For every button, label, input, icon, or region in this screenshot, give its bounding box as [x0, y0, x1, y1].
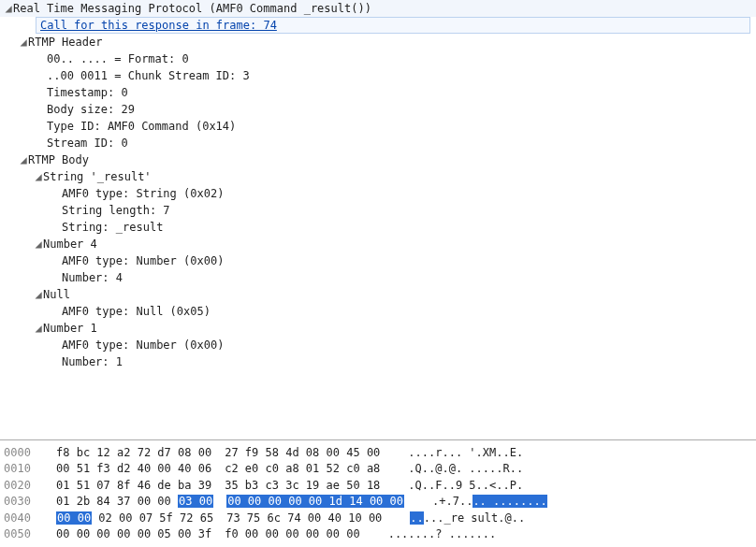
hex-ascii: ....._re sult.@.. — [382, 511, 525, 525]
rtmp-body-field[interactable]: Number: 1 — [0, 353, 756, 370]
hex-bytes: 00 00 00 00 00 05 00 3ff0 00 00 00 00 00… — [45, 527, 360, 540]
rtmp-body-item[interactable]: ◢Null — [0, 286, 756, 303]
rtmp-body-field[interactable]: AMF0 type: Number (0x00) — [0, 252, 756, 269]
rtmp-header-field[interactable]: ..00 0011 = Chunk Stream ID: 3 — [0, 67, 756, 84]
hex-offset: 0040 — [0, 511, 45, 525]
rtmp-body-item[interactable]: ◢String '_result' — [0, 168, 756, 185]
hex-bytes: 00 51 f3 d2 40 00 40 06c2 e0 c0 a8 01 52… — [45, 462, 380, 475]
hex-bytes: 01 2b 84 37 00 00 03 0000 00 00 00 00 1d… — [45, 495, 404, 508]
hex-row[interactable]: 005000 00 00 00 00 05 00 3ff0 00 00 00 0… — [0, 526, 756, 543]
hex-ascii: .Q..F..9 5..<..P. — [380, 479, 523, 492]
hex-row[interactable]: 002001 51 07 8f 46 de ba 3935 b3 c3 3c 1… — [0, 477, 756, 494]
rtmp-body-field[interactable]: Number: 4 — [0, 269, 756, 286]
call-frame-link-row[interactable]: Call for this response in frame: 74 — [36, 17, 750, 34]
hex-dump-pane[interactable]: 0000f8 bc 12 a2 72 d7 08 0027 f9 58 4d 0… — [0, 440, 756, 542]
hex-offset: 0000 — [0, 446, 45, 459]
rtmp-header-field[interactable]: Timestamp: 0 — [0, 84, 756, 101]
hex-ascii: .Q..@.@. .....R.. — [380, 462, 523, 475]
triangle-open-icon: ◢ — [4, 2, 13, 15]
body-item-label: Number 1 — [43, 322, 97, 335]
hex-bytes: 01 51 07 8f 46 de ba 3935 b3 c3 3c 19 ae… — [45, 479, 380, 492]
rtmp-body-field[interactable]: AMF0 type: Null (0x05) — [0, 303, 756, 320]
packet-details-tree[interactable]: ◢ Real Time Messaging Protocol (AMF0 Com… — [0, 0, 756, 440]
hex-row[interactable]: 004000 00 02 00 07 5f 72 6573 75 6c 74 0… — [0, 510, 756, 526]
triangle-open-icon: ◢ — [19, 153, 28, 166]
hex-ascii: .+.7.... ........ — [404, 495, 547, 508]
rtmp-root-row[interactable]: ◢ Real Time Messaging Protocol (AMF0 Com… — [0, 0, 756, 17]
field-text: AMF0 type: Number (0x00) — [62, 338, 224, 352]
hex-offset: 0050 — [0, 527, 45, 540]
hex-offset: 0030 — [0, 495, 45, 508]
rtmp-header-field[interactable]: Body size: 29 — [0, 101, 756, 118]
rtmp-body-label: RTMP Body — [28, 153, 89, 166]
hex-ascii: ....r... '.XM..E. — [380, 446, 523, 459]
body-item-label: Number 4 — [43, 238, 97, 251]
rtmp-header-field[interactable]: 00.. .... = Format: 0 — [0, 50, 756, 67]
hex-bytes: 00 00 02 00 07 5f 72 6573 75 6c 74 00 40… — [45, 511, 382, 525]
field-text: AMF0 type: Null (0x05) — [62, 305, 211, 318]
triangle-open-icon: ◢ — [19, 36, 28, 49]
rtmp-body-row[interactable]: ◢ RTMP Body — [0, 151, 756, 168]
rtmp-body-field[interactable]: AMF0 type: String (0x02) — [0, 185, 756, 202]
hex-bytes: f8 bc 12 a2 72 d7 08 0027 f9 58 4d 08 00… — [45, 446, 380, 459]
hex-offset: 0010 — [0, 462, 45, 475]
field-text: ..00 0011 = Chunk Stream ID: 3 — [47, 69, 250, 82]
rtmp-body-field[interactable]: String length: 7 — [0, 202, 756, 219]
hex-ascii: .......? ....... — [360, 527, 497, 540]
body-item-label: Null — [43, 288, 70, 301]
rtmp-header-field[interactable]: Stream ID: 0 — [0, 135, 756, 151]
rtmp-header-row[interactable]: ◢ RTMP Header — [0, 34, 756, 50]
rtmp-header-label: RTMP Header — [28, 36, 102, 49]
field-text: Number: 4 — [62, 271, 123, 284]
field-text: AMF0 type: Number (0x00) — [62, 254, 224, 267]
rtmp-body-item[interactable]: ◢Number 4 — [0, 236, 756, 252]
rtmp-header-field[interactable]: Type ID: AMF0 Command (0x14) — [0, 118, 756, 135]
hex-row[interactable]: 0000f8 bc 12 a2 72 d7 08 0027 f9 58 4d 0… — [0, 444, 756, 461]
hex-offset: 0020 — [0, 479, 45, 492]
rtmp-body-item[interactable]: ◢Number 1 — [0, 320, 756, 337]
rtmp-body-field[interactable]: AMF0 type: Number (0x00) — [0, 337, 756, 353]
triangle-open-icon: ◢ — [34, 238, 43, 251]
field-text: String: _result — [62, 221, 163, 234]
hex-row[interactable]: 001000 51 f3 d2 40 00 40 06c2 e0 c0 a8 0… — [0, 461, 756, 478]
body-item-label: String '_result' — [43, 170, 152, 183]
triangle-open-icon: ◢ — [34, 322, 43, 335]
field-text: Type ID: AMF0 Command (0x14) — [47, 120, 236, 133]
field-text: Number: 1 — [62, 355, 123, 368]
triangle-open-icon: ◢ — [34, 170, 43, 183]
field-text: Timestamp: 0 — [47, 86, 128, 99]
rtmp-body-field[interactable]: String: _result — [0, 219, 756, 236]
field-text: AMF0 type: String (0x02) — [62, 187, 224, 200]
rtmp-root-label: Real Time Messaging Protocol (AMF0 Comma… — [13, 2, 371, 15]
call-frame-link[interactable]: Call for this response in frame: 74 — [40, 19, 277, 32]
field-text: String length: 7 — [62, 204, 170, 217]
field-text: Stream ID: 0 — [47, 137, 128, 150]
field-text: 00.. .... = Format: 0 — [47, 52, 189, 65]
hex-row[interactable]: 003001 2b 84 37 00 00 03 0000 00 00 00 0… — [0, 494, 756, 511]
field-text: Body size: 29 — [47, 103, 135, 116]
triangle-open-icon: ◢ — [34, 288, 43, 301]
